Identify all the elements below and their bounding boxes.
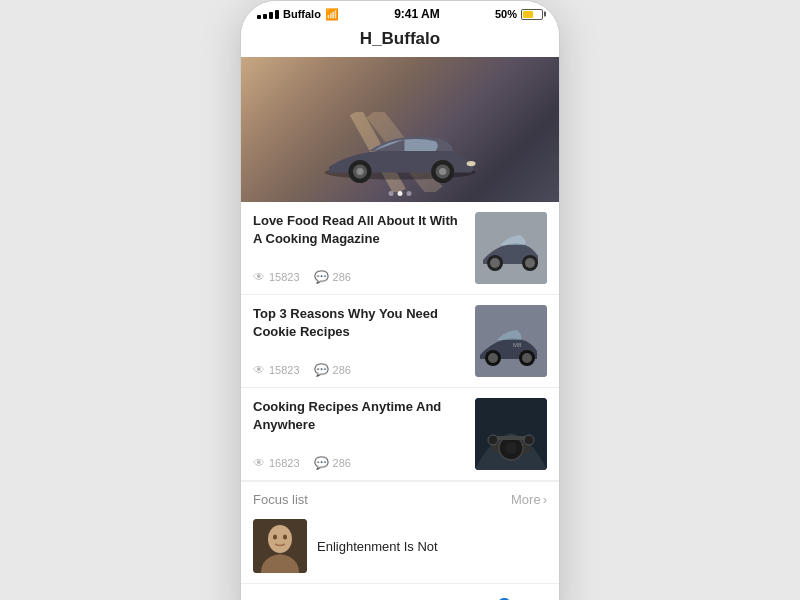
svg-point-24 — [505, 442, 517, 454]
focus-item-1[interactable]: Enlightenment Is Not — [241, 513, 559, 583]
svg-point-8 — [439, 168, 446, 175]
svg-point-5 — [356, 168, 363, 175]
svg-point-30 — [273, 535, 277, 540]
more-label: More — [511, 492, 541, 507]
focus-thumb-1 — [253, 519, 307, 573]
article-thumb-2: M8 — [475, 305, 547, 377]
focus-list-label: Focus list — [253, 492, 308, 507]
view-count-3: 16823 — [269, 457, 300, 469]
comment-icon-1: 💬 — [314, 270, 329, 284]
hero-pagination-dots — [389, 191, 412, 196]
home-icon: ⌂ — [285, 597, 297, 601]
nav-favorites[interactable]: ♡ — [366, 592, 424, 600]
svg-rect-25 — [495, 436, 527, 440]
view-count-1: 15823 — [269, 271, 300, 283]
svg-point-14 — [525, 258, 535, 268]
article-thumb-1 — [475, 212, 547, 284]
battery-percent: 50% — [495, 8, 517, 20]
bottom-nav: ⌂ ♡ 👤 — [241, 583, 559, 600]
comment-count-2: 286 — [333, 364, 351, 376]
eye-icon-3: 👁 — [253, 456, 265, 470]
article-item-1[interactable]: Love Food Read All About It With A Cooki… — [241, 202, 559, 295]
article-meta-2: 👁 15823 💬 286 — [253, 363, 465, 377]
views-2: 👁 15823 — [253, 363, 300, 377]
article-title-3: Cooking Recipes Anytime And Anywhere — [253, 398, 465, 434]
wifi-icon: 📶 — [325, 8, 339, 21]
article-title-1: Love Food Read All About It With A Cooki… — [253, 212, 465, 248]
hero-dot-1[interactable] — [389, 191, 394, 196]
article-item-3[interactable]: Cooking Recipes Anytime And Anywhere 👁 1… — [241, 388, 559, 481]
nav-profile[interactable]: 👤 — [473, 593, 535, 600]
app-title: H_Buffalo — [241, 23, 559, 57]
svg-point-27 — [524, 435, 534, 445]
nav-home[interactable]: ⌂ — [265, 593, 317, 601]
views-1: 👁 15823 — [253, 270, 300, 284]
eye-icon-1: 👁 — [253, 270, 265, 284]
chevron-right-icon: › — [543, 492, 547, 507]
status-left: Buffalo 📶 — [257, 8, 339, 21]
views-3: 👁 16823 — [253, 456, 300, 470]
svg-point-29 — [268, 525, 292, 553]
focus-section: Focus list More › Enlightenment Is Not — [241, 481, 559, 583]
comment-icon-2: 💬 — [314, 363, 329, 377]
comments-3: 💬 286 — [314, 456, 351, 470]
svg-point-17 — [488, 353, 498, 363]
comment-count-1: 286 — [333, 271, 351, 283]
hero-banner — [241, 57, 559, 202]
focus-header: Focus list More › — [241, 481, 559, 513]
article-meta-1: 👁 15823 💬 286 — [253, 270, 465, 284]
comment-count-3: 286 — [333, 457, 351, 469]
article-content-3: Cooking Recipes Anytime And Anywhere 👁 1… — [253, 398, 465, 470]
article-thumb-3 — [475, 398, 547, 470]
article-item-2[interactable]: Top 3 Reasons Why You Need Cookie Recipe… — [241, 295, 559, 388]
comments-2: 💬 286 — [314, 363, 351, 377]
svg-point-31 — [283, 535, 287, 540]
svg-point-19 — [522, 353, 532, 363]
hero-dot-2[interactable] — [398, 191, 403, 196]
comments-1: 💬 286 — [314, 270, 351, 284]
article-content-1: Love Food Read All About It With A Cooki… — [253, 212, 465, 284]
hero-dot-3[interactable] — [407, 191, 412, 196]
heart-icon: ♡ — [386, 596, 404, 600]
battery-icon — [521, 9, 543, 20]
status-right: 50% — [495, 8, 543, 20]
article-content-2: Top 3 Reasons Why You Need Cookie Recipe… — [253, 305, 465, 377]
status-bar: Buffalo 📶 9:41 AM 50% — [241, 1, 559, 23]
comment-icon-3: 💬 — [314, 456, 329, 470]
svg-point-12 — [490, 258, 500, 268]
eye-icon-2: 👁 — [253, 363, 265, 377]
svg-text:M8: M8 — [513, 342, 522, 348]
article-meta-3: 👁 16823 💬 286 — [253, 456, 465, 470]
focus-item-title-1: Enlightenment Is Not — [317, 539, 438, 554]
article-list: Love Food Read All About It With A Cooki… — [241, 202, 559, 481]
svg-point-9 — [467, 161, 476, 166]
time-display: 9:41 AM — [394, 7, 440, 21]
article-title-2: Top 3 Reasons Why You Need Cookie Recipe… — [253, 305, 465, 341]
svg-point-26 — [488, 435, 498, 445]
hero-car-image — [300, 112, 500, 192]
signal-dots — [257, 10, 279, 19]
more-button[interactable]: More › — [511, 492, 547, 507]
view-count-2: 15823 — [269, 364, 300, 376]
phone-frame: Buffalo 📶 9:41 AM 50% H_Buffalo — [240, 0, 560, 600]
carrier-label: Buffalo — [283, 8, 321, 20]
